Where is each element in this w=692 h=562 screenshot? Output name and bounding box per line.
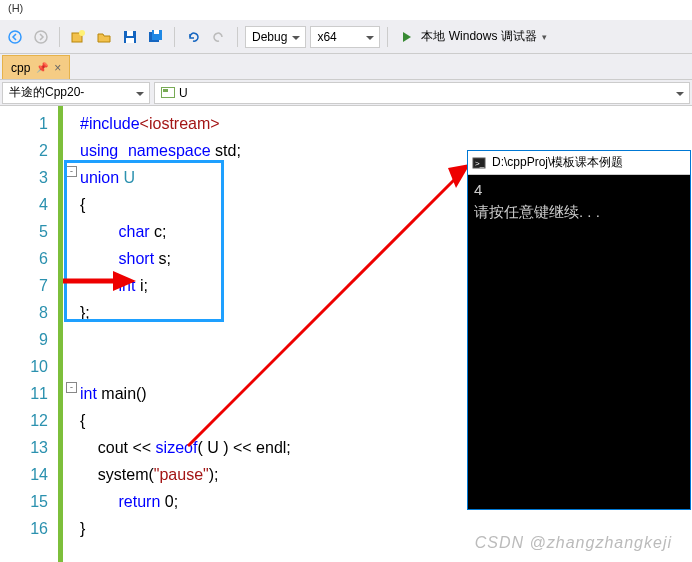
- toolbar: Debug x64 本地 Windows 调试器 ▾: [0, 20, 692, 54]
- fold-icon[interactable]: -: [66, 382, 77, 393]
- scope-select[interactable]: 半途的Cpp20-: [2, 82, 150, 104]
- console-title: D:\cppProj\模板课本例题: [492, 154, 623, 171]
- svg-point-3: [79, 30, 85, 36]
- save-all-icon[interactable]: [145, 26, 167, 48]
- console-titlebar[interactable]: >_ D:\cppProj\模板课本例题: [468, 151, 690, 175]
- platform-select[interactable]: x64: [310, 26, 380, 48]
- fold-icon[interactable]: -: [66, 166, 77, 177]
- symbol-select[interactable]: U: [154, 82, 690, 104]
- play-icon: [403, 32, 416, 42]
- nav-back-button[interactable]: [4, 26, 26, 48]
- nav-fwd-button[interactable]: [30, 26, 52, 48]
- tab-cpp[interactable]: cpp 📌 ×: [2, 55, 70, 79]
- svg-rect-5: [127, 31, 133, 36]
- svg-text:>_: >_: [475, 159, 485, 168]
- save-icon[interactable]: [119, 26, 141, 48]
- close-icon[interactable]: ×: [54, 61, 61, 75]
- redo-icon[interactable]: [208, 26, 230, 48]
- struct-icon: [161, 87, 175, 98]
- config-select[interactable]: Debug: [245, 26, 306, 48]
- console-window: >_ D:\cppProj\模板课本例题 4 请按任意键继续. . .: [467, 150, 691, 510]
- new-project-icon[interactable]: [67, 26, 89, 48]
- pin-icon[interactable]: 📌: [36, 62, 48, 73]
- start-debug-button[interactable]: 本地 Windows 调试器 ▾: [395, 25, 554, 49]
- watermark: CSDN @zhangzhangkeji: [475, 534, 672, 552]
- console-output: 4 请按任意键继续. . .: [468, 175, 690, 227]
- svg-point-0: [9, 31, 21, 43]
- document-tabs: cpp 📌 ×: [0, 54, 692, 80]
- line-gutter: 12345678910111213141516: [0, 106, 58, 562]
- menu-bar: (H): [0, 0, 692, 20]
- nav-bar: 半途的Cpp20- U: [0, 80, 692, 106]
- undo-icon[interactable]: [182, 26, 204, 48]
- cmd-icon: >_: [472, 156, 486, 170]
- svg-rect-6: [126, 38, 134, 43]
- menu-help[interactable]: (H): [8, 2, 23, 14]
- change-marker: [58, 106, 63, 562]
- svg-point-1: [35, 31, 47, 43]
- open-icon[interactable]: [93, 26, 115, 48]
- svg-rect-9: [154, 30, 159, 34]
- tab-label: cpp: [11, 61, 30, 75]
